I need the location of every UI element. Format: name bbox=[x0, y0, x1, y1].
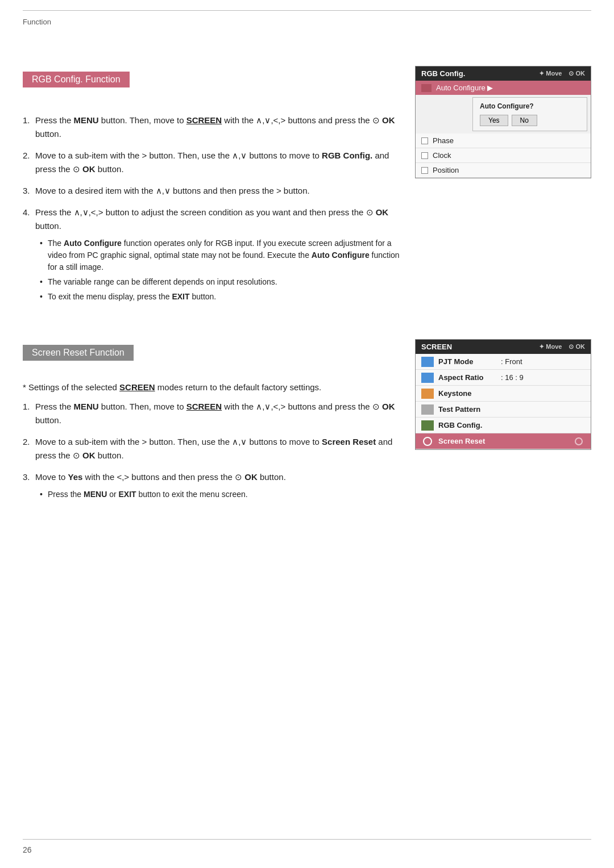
rgb-mockup-title: RGB Config. bbox=[421, 69, 465, 78]
popup-buttons: Yes No bbox=[480, 115, 580, 126]
rgb-mockup-header: RGB Config. ✦ Move ⊙ OK bbox=[416, 66, 591, 81]
test-pattern-label: Test Pattern bbox=[438, 405, 501, 414]
rgb-bullet-3: To exit the menu display, press the EXIT… bbox=[38, 291, 404, 303]
phase-label: Phase bbox=[433, 136, 454, 145]
rgb-mockup-controls: ✦ Move ⊙ OK bbox=[539, 70, 585, 77]
screen-reset-row-label: Screen Reset bbox=[438, 437, 501, 445]
screen-pjt-mode-row: PJT Mode : Front bbox=[416, 354, 591, 370]
screen-reset-icon bbox=[421, 436, 434, 446]
keystone-label: Keystone bbox=[438, 389, 501, 398]
rgb-bullet-1: The Auto Configure function operates onl… bbox=[38, 237, 404, 273]
keystone-icon bbox=[421, 389, 434, 399]
screen-reset-ok-circle bbox=[575, 437, 583, 445]
screen-move-label: Move bbox=[546, 343, 562, 350]
popup-title: Auto Configure? bbox=[480, 102, 580, 110]
popup-box: Auto Configure? Yes No bbox=[472, 97, 587, 131]
screen-test-pattern-row: Test Pattern bbox=[416, 402, 591, 418]
screen-reset-section: Screen Reset Function * Settings of the … bbox=[23, 345, 591, 508]
screen-reset-instructions: 1. Press the MENU button. Then, move to … bbox=[23, 400, 404, 500]
rgb-step-1: 1. Press the MENU button. Then, move to … bbox=[23, 114, 404, 141]
screen-reset-heading: Screen Reset Function bbox=[23, 345, 134, 361]
rgb-mockup: RGB Config. ✦ Move ⊙ OK Auto Configure ▶ bbox=[415, 66, 591, 178]
auto-configure-label: Auto Configure ▶ bbox=[436, 84, 493, 92]
header-label: Function bbox=[23, 18, 51, 26]
rgb-bullet-2: The variable range can be different depe… bbox=[38, 276, 404, 288]
popup-yes-button[interactable]: Yes bbox=[480, 115, 508, 126]
auto-configure-row: Auto Configure ▶ bbox=[416, 81, 591, 95]
clock-row: Clock bbox=[416, 148, 591, 163]
phase-checkbox bbox=[421, 137, 428, 144]
screen-reset-step-3: 3. Move to Yes with the <,> buttons and … bbox=[23, 470, 404, 500]
move-label: Move bbox=[546, 70, 562, 77]
test-pattern-icon bbox=[421, 404, 434, 415]
screen-screen-reset-row: Screen Reset bbox=[416, 433, 591, 449]
screen-aspect-ratio-row: Aspect Ratio : 16 : 9 bbox=[416, 370, 591, 386]
phase-row: Phase bbox=[416, 133, 591, 148]
rgb-bullets: The Auto Configure function operates onl… bbox=[38, 237, 404, 303]
aspect-ratio-label: Aspect Ratio bbox=[438, 373, 501, 382]
rgb-section-heading: RGB Config. Function bbox=[23, 72, 130, 87]
auto-configure-icon bbox=[421, 84, 432, 92]
screen-ok-label: OK bbox=[576, 343, 586, 350]
ok-label: OK bbox=[576, 70, 586, 77]
clock-checkbox bbox=[421, 152, 428, 159]
pjt-mode-value: : Front bbox=[501, 357, 522, 366]
rgb-mockup-box: RGB Config. ✦ Move ⊙ OK Auto Configure ▶ bbox=[415, 66, 591, 178]
screen-reset-row: Screen Reset Function * Settings of the … bbox=[23, 345, 591, 508]
screen-mockup-title: SCREEN bbox=[421, 343, 452, 351]
rgb-instructions: 1. Press the MENU button. Then, move to … bbox=[23, 114, 404, 303]
position-label: Position bbox=[433, 166, 459, 174]
screen-reset-step-1: 1. Press the MENU button. Then, move to … bbox=[23, 400, 404, 427]
popup-no-button[interactable]: No bbox=[512, 115, 537, 126]
position-checkbox bbox=[421, 167, 428, 174]
screen-keystone-row: Keystone bbox=[416, 386, 591, 402]
rgb-config-section: RGB Config. Function 1. Press the MENU b… bbox=[23, 72, 591, 311]
screen-reset-step-2: 2. Move to a sub-item with the > button.… bbox=[23, 435, 404, 462]
screen-mockup-controls: ✦ Move ⊙ OK bbox=[539, 343, 585, 350]
screen-reset-bullet-1: Press the MENU or EXIT button to exit th… bbox=[38, 489, 404, 500]
rgb-step-2: 2. Move to a sub-item with the > button.… bbox=[23, 149, 404, 176]
aspect-icon bbox=[421, 373, 434, 383]
auto-configure-popup: Auto Configure? Yes No bbox=[416, 97, 591, 131]
rgb-step-4: 4. Press the ∧,∨,<,> button to adjust th… bbox=[23, 206, 404, 303]
rgb-config-icon bbox=[421, 420, 434, 431]
screen-reset-bullets: Press the MENU or EXIT button to exit th… bbox=[38, 489, 404, 500]
pjt-icon bbox=[421, 357, 434, 367]
screen-reset-text: Screen Reset Function * Settings of the … bbox=[23, 345, 404, 508]
rgb-config-row-label: RGB Config. bbox=[438, 421, 501, 429]
page-number: 26 bbox=[23, 845, 32, 854]
screen-reset-note: * Settings of the selected SCREEN modes … bbox=[23, 382, 404, 392]
bottom-line bbox=[23, 839, 591, 840]
screen-rgb-config-row: RGB Config. bbox=[416, 418, 591, 433]
position-row: Position bbox=[416, 163, 591, 178]
main-content: RGB Config. Function 1. Press the MENU b… bbox=[0, 72, 614, 508]
screen-mockup-box: SCREEN ✦ Move ⊙ OK PJT Mode : Front bbox=[415, 339, 591, 450]
rgb-config-text: RGB Config. Function 1. Press the MENU b… bbox=[23, 72, 404, 311]
rgb-step-3: 3. Move to a desired item with the ∧,∨ b… bbox=[23, 184, 404, 198]
screen-mockup: SCREEN ✦ Move ⊙ OK PJT Mode : Front bbox=[415, 339, 591, 450]
clock-label: Clock bbox=[433, 151, 451, 160]
screen-mockup-header: SCREEN ✦ Move ⊙ OK bbox=[416, 340, 591, 354]
pjt-mode-label: PJT Mode bbox=[438, 357, 501, 366]
page-container: Function RGB Config. Function 1. Press t… bbox=[0, 0, 614, 868]
aspect-ratio-value: : 16 : 9 bbox=[501, 373, 524, 382]
screen-reset-circle-icon bbox=[423, 437, 432, 446]
